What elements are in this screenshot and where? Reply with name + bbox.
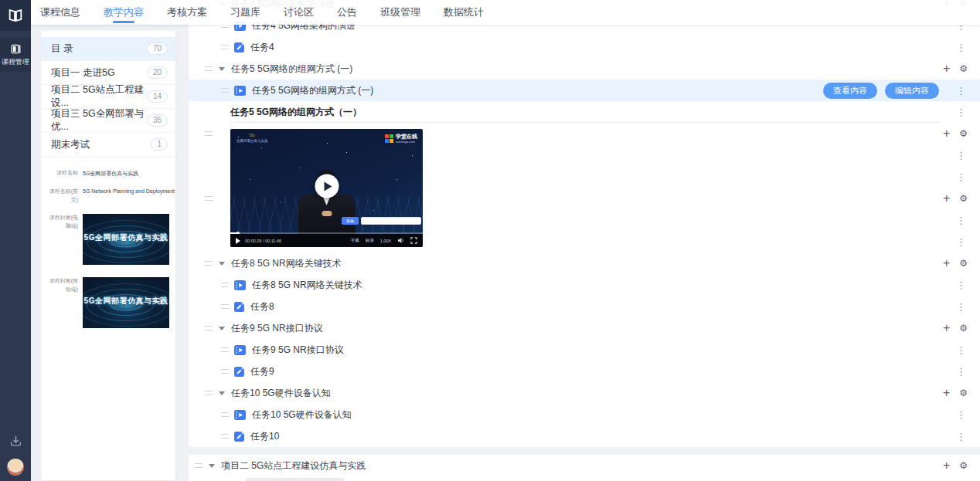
- danmaku-button[interactable]: 弹幕: [342, 217, 359, 225]
- catalog-item[interactable]: 目 录70: [41, 37, 175, 61]
- nav-tab[interactable]: 考核方案: [167, 0, 207, 25]
- add-content-button[interactable]: +: [943, 460, 950, 471]
- section-row[interactable]: 项目二 5G站点工程建设仿真与实践+⚙: [189, 455, 980, 476]
- video-icon-wrap: [234, 410, 246, 420]
- section-row[interactable]: 任务10 5G硬件设备认知+⚙: [189, 382, 980, 404]
- more-options-icon[interactable]: ⋮: [954, 345, 968, 355]
- nav-tab[interactable]: 公告: [337, 0, 357, 25]
- catalog-item[interactable]: 项目三 5G全网部署与优...35: [41, 109, 175, 133]
- task-item-row[interactable]: 任务9⋮: [189, 361, 980, 382]
- task-item-row[interactable]: 任务8⋮: [189, 296, 980, 317]
- download-icon[interactable]: [9, 434, 22, 447]
- view-content-button[interactable]: 查看内容: [823, 83, 877, 99]
- more-options-icon[interactable]: ⋮: [954, 215, 968, 225]
- fullscreen-icon[interactable]: [410, 237, 417, 244]
- more-options-icon[interactable]: ⋮: [954, 410, 968, 420]
- preview-title-row[interactable]: 任务5 5G网络的组网方式（一）⋮: [189, 101, 980, 123]
- row-actions: +⚙: [943, 63, 980, 74]
- more-options-icon[interactable]: ⋮: [954, 42, 968, 53]
- drag-handle[interactable]: [205, 391, 213, 395]
- drag-handle[interactable]: [221, 45, 229, 49]
- add-content-button[interactable]: +: [943, 193, 950, 204]
- drag-handle[interactable]: [195, 463, 202, 468]
- drag-handle[interactable]: [205, 66, 213, 71]
- add-content-button[interactable]: +: [943, 258, 950, 269]
- video-player[interactable]: 5G 全网部署仿真与实践 学堂在线 xuetangx.com 弹幕 00:00:…: [230, 129, 423, 247]
- nav-tab[interactable]: 教学内容: [104, 0, 144, 25]
- gear-icon[interactable]: ⚙: [959, 64, 968, 73]
- speed-button[interactable]: 1.00X: [380, 239, 391, 243]
- more-options-icon[interactable]: ⋮: [954, 107, 968, 117]
- nav-tab[interactable]: 讨论区: [284, 0, 314, 25]
- drag-handle[interactable]: [221, 347, 229, 352]
- drag-handle[interactable]: [205, 261, 213, 266]
- drag-handle[interactable]: [221, 304, 229, 309]
- drag-handle[interactable]: [205, 196, 213, 201]
- more-options-icon[interactable]: ⋮: [954, 151, 968, 161]
- chevron-down-icon[interactable]: [219, 262, 225, 266]
- catalog-item[interactable]: 项目一 走进5G20: [41, 61, 175, 85]
- item-label: 任务4: [250, 41, 274, 54]
- gear-icon[interactable]: ⚙: [959, 259, 968, 268]
- add-content-button[interactable]: +: [943, 323, 950, 334]
- more-options-icon[interactable]: ⋮: [954, 432, 968, 442]
- course-info-section: 课程名称5G全网部署仿真与实践课程名称(英文)5G Network Planni…: [41, 157, 175, 328]
- section-row[interactable]: 任务9 5G NR接口协议+⚙: [189, 317, 980, 339]
- section-row[interactable]: 任务8 5G NR网络关键技术+⚙: [189, 252, 980, 274]
- gear-icon[interactable]: ⚙: [959, 129, 968, 138]
- chevron-down-icon[interactable]: [219, 391, 225, 395]
- task-item-row[interactable]: 任务10 5G硬件设备认知⋮: [189, 404, 980, 425]
- add-content-button[interactable]: +: [943, 388, 950, 398]
- sidebar-item-course-management[interactable]: 课程管理: [0, 38, 31, 72]
- task-item-row[interactable]: 任务8 5G NR网络关键技术⋮: [189, 274, 980, 296]
- gear-icon[interactable]: ⚙: [959, 194, 968, 203]
- gear-icon[interactable]: ⚙: [959, 388, 968, 398]
- task-item-row[interactable]: 任务9 5G NR接口协议⋮: [189, 339, 980, 361]
- volume-icon[interactable]: [397, 237, 404, 244]
- drag-handle[interactable]: [221, 369, 229, 374]
- brand-url: xuetangx.com: [396, 140, 417, 144]
- add-content-button[interactable]: +: [943, 128, 950, 139]
- nav-tab[interactable]: 班级管理: [380, 0, 420, 25]
- more-options-icon[interactable]: ⋮: [954, 86, 968, 96]
- chevron-down-icon[interactable]: [209, 464, 215, 468]
- task-item-row[interactable]: 任务10⋮: [189, 425, 980, 447]
- catalog-item[interactable]: 项目二 5G站点工程建设...14: [41, 85, 175, 109]
- edit-content-button[interactable]: 编辑内容: [885, 83, 939, 99]
- item-label: 任务9: [250, 365, 274, 378]
- section-label: 项目二 5G站点工程建设仿真与实践: [221, 459, 366, 473]
- more-options-icon[interactable]: ⋮: [954, 237, 968, 247]
- subtitle-button[interactable]: 字幕: [351, 238, 359, 243]
- danmaku-input[interactable]: [361, 217, 421, 225]
- chevron-down-icon[interactable]: [219, 327, 225, 330]
- add-content-button[interactable]: +: [943, 63, 950, 74]
- task-item-row[interactable]: 任务5 5G网络的组网方式 (一)查看内容编辑内容⋮: [189, 80, 980, 101]
- item-label: 任务8 5G NR网络关键技术: [252, 279, 362, 292]
- drag-handle[interactable]: [221, 88, 229, 93]
- drag-handle[interactable]: [205, 326, 213, 330]
- play-overlay-button[interactable]: [315, 174, 339, 198]
- drag-handle[interactable]: [221, 283, 229, 287]
- drag-handle[interactable]: [205, 131, 213, 136]
- play-button[interactable]: [236, 238, 240, 244]
- task-item-row[interactable]: 任务4⋮: [189, 36, 980, 58]
- gear-icon[interactable]: ⚙: [959, 323, 968, 333]
- nav-tabs: 课程信息教学内容考核方案习题库讨论区公告班级管理数据统计: [40, 0, 484, 25]
- nav-tab[interactable]: 课程信息: [40, 0, 80, 25]
- catalog-item[interactable]: 期末考试1: [41, 133, 175, 157]
- nav-tab[interactable]: 习题库: [230, 0, 260, 25]
- user-avatar[interactable]: [7, 459, 24, 476]
- more-options-icon[interactable]: ⋮: [954, 302, 968, 312]
- more-options-icon[interactable]: ⋮: [954, 172, 968, 182]
- quality-button[interactable]: 标清: [366, 238, 374, 243]
- section-row[interactable]: 任务5 5G网络的组网方式 (一)+⚙: [189, 58, 980, 80]
- drag-handle[interactable]: [221, 412, 229, 417]
- chevron-down-icon[interactable]: [219, 67, 225, 71]
- drag-handle[interactable]: [221, 434, 229, 439]
- nav-tab[interactable]: 数据统计: [444, 0, 484, 25]
- gear-icon[interactable]: ⚙: [959, 461, 968, 470]
- homework-doc-icon: [234, 367, 244, 377]
- more-options-icon[interactable]: ⋮: [954, 280, 968, 290]
- more-options-icon[interactable]: ⋮: [954, 367, 968, 377]
- app-logo[interactable]: [0, 0, 31, 31]
